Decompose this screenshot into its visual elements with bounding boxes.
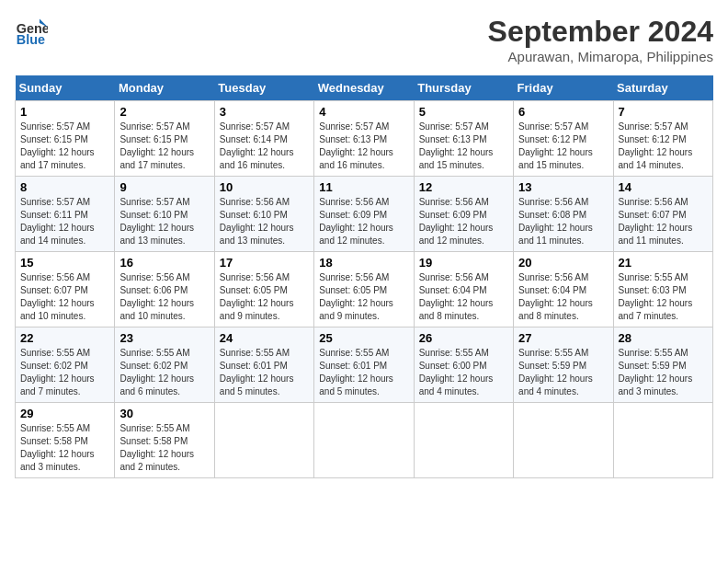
day-number: 17 [220,256,309,270]
calendar-cell: 20Sunrise: 5:56 AM Sunset: 6:04 PM Dayli… [514,252,613,327]
day-number: 25 [319,331,408,345]
day-number: 8 [20,180,109,194]
calendar-cell: 26Sunrise: 5:55 AM Sunset: 6:00 PM Dayli… [414,327,513,403]
day-info: Sunrise: 5:57 AM Sunset: 6:13 PM Dayligh… [419,121,508,172]
day-info: Sunrise: 5:57 AM Sunset: 6:15 PM Dayligh… [119,121,209,172]
day-number: 12 [419,180,508,194]
logo-icon: General Blue [15,15,48,48]
day-number: 23 [119,331,209,345]
day-info: Sunrise: 5:56 AM Sunset: 6:08 PM Dayligh… [518,196,608,247]
calendar-week-1: 1Sunrise: 5:57 AM Sunset: 6:15 PM Daylig… [16,101,713,177]
calendar-cell: 24Sunrise: 5:55 AM Sunset: 6:01 PM Dayli… [214,327,313,403]
day-info: Sunrise: 5:57 AM Sunset: 6:14 PM Dayligh… [220,121,309,172]
calendar-cell: 9Sunrise: 5:57 AM Sunset: 6:10 PM Daylig… [115,177,214,252]
calendar-cell [314,403,414,478]
day-number: 2 [119,105,209,119]
day-number: 16 [119,256,209,270]
subtitle: Apurawan, Mimaropa, Philippines [488,49,713,64]
calendar-cell: 8Sunrise: 5:57 AM Sunset: 6:11 PM Daylig… [16,177,115,252]
calendar-cell: 11Sunrise: 5:56 AM Sunset: 6:09 PM Dayli… [314,177,414,252]
calendar-cell: 23Sunrise: 5:55 AM Sunset: 6:02 PM Dayli… [115,327,214,403]
day-info: Sunrise: 5:55 AM Sunset: 5:58 PM Dayligh… [20,422,109,474]
svg-text:Blue: Blue [17,32,45,47]
calendar-cell: 29Sunrise: 5:55 AM Sunset: 5:58 PM Dayli… [16,403,115,478]
day-info: Sunrise: 5:56 AM Sunset: 6:07 PM Dayligh… [20,271,109,323]
title-area: September 2024 Apurawan, Mimaropa, Phili… [488,15,713,64]
calendar-cell: 3Sunrise: 5:57 AM Sunset: 6:14 PM Daylig… [214,101,313,177]
calendar-cell: 6Sunrise: 5:57 AM Sunset: 6:12 PM Daylig… [514,101,613,177]
day-info: Sunrise: 5:55 AM Sunset: 6:01 PM Dayligh… [319,347,408,398]
calendar-cell: 18Sunrise: 5:56 AM Sunset: 6:05 PM Dayli… [314,252,414,327]
day-info: Sunrise: 5:56 AM Sunset: 6:05 PM Dayligh… [319,271,408,323]
day-info: Sunrise: 5:56 AM Sunset: 6:05 PM Dayligh… [220,271,309,323]
col-header-monday: Monday [115,75,214,101]
calendar-week-4: 22Sunrise: 5:55 AM Sunset: 6:02 PM Dayli… [16,327,713,403]
day-number: 21 [619,256,708,270]
calendar-cell: 25Sunrise: 5:55 AM Sunset: 6:01 PM Dayli… [314,327,414,403]
calendar-cell [414,403,513,478]
day-number: 22 [20,331,109,345]
calendar-cell: 19Sunrise: 5:56 AM Sunset: 6:04 PM Dayli… [414,252,513,327]
header: General Blue September 2024 Apurawan, Mi… [15,15,713,64]
day-info: Sunrise: 5:56 AM Sunset: 6:04 PM Dayligh… [419,271,508,323]
day-info: Sunrise: 5:57 AM Sunset: 6:12 PM Dayligh… [518,121,608,172]
calendar-week-2: 8Sunrise: 5:57 AM Sunset: 6:11 PM Daylig… [16,177,713,252]
day-number: 18 [319,256,408,270]
day-number: 30 [119,407,209,420]
calendar-cell: 1Sunrise: 5:57 AM Sunset: 6:15 PM Daylig… [16,101,115,177]
day-info: Sunrise: 5:56 AM Sunset: 6:04 PM Dayligh… [518,271,608,323]
day-info: Sunrise: 5:55 AM Sunset: 6:02 PM Dayligh… [119,347,209,398]
day-info: Sunrise: 5:55 AM Sunset: 6:00 PM Dayligh… [419,347,508,398]
day-number: 3 [220,105,309,119]
day-number: 6 [518,105,608,119]
main-title: September 2024 [488,15,713,49]
calendar-cell: 22Sunrise: 5:55 AM Sunset: 6:02 PM Dayli… [16,327,115,403]
calendar-table: SundayMondayTuesdayWednesdayThursdayFrid… [15,75,713,478]
calendar-cell: 15Sunrise: 5:56 AM Sunset: 6:07 PM Dayli… [16,252,115,327]
calendar-header-row: SundayMondayTuesdayWednesdayThursdayFrid… [16,75,713,101]
calendar-body: 1Sunrise: 5:57 AM Sunset: 6:15 PM Daylig… [16,101,713,478]
day-number: 14 [619,180,708,194]
day-info: Sunrise: 5:55 AM Sunset: 5:58 PM Dayligh… [119,422,209,474]
day-info: Sunrise: 5:56 AM Sunset: 6:07 PM Dayligh… [619,196,708,247]
day-info: Sunrise: 5:56 AM Sunset: 6:10 PM Dayligh… [220,196,309,247]
day-number: 1 [20,105,109,119]
day-info: Sunrise: 5:55 AM Sunset: 6:01 PM Dayligh… [220,347,309,398]
calendar-cell: 27Sunrise: 5:55 AM Sunset: 5:59 PM Dayli… [514,327,613,403]
day-number: 15 [20,256,109,270]
day-info: Sunrise: 5:57 AM Sunset: 6:11 PM Dayligh… [20,196,109,247]
col-header-thursday: Thursday [414,75,513,101]
day-number: 4 [319,105,408,119]
calendar-cell [514,403,613,478]
calendar-cell: 28Sunrise: 5:55 AM Sunset: 5:59 PM Dayli… [613,327,712,403]
col-header-saturday: Saturday [613,75,712,101]
day-info: Sunrise: 5:57 AM Sunset: 6:13 PM Dayligh… [319,121,408,172]
day-info: Sunrise: 5:55 AM Sunset: 6:02 PM Dayligh… [20,347,109,398]
day-info: Sunrise: 5:55 AM Sunset: 5:59 PM Dayligh… [619,347,708,398]
calendar-cell: 17Sunrise: 5:56 AM Sunset: 6:05 PM Dayli… [214,252,313,327]
day-info: Sunrise: 5:55 AM Sunset: 6:03 PM Dayligh… [619,271,708,323]
day-number: 28 [619,331,708,345]
logo: General Blue [15,15,48,48]
day-info: Sunrise: 5:56 AM Sunset: 6:09 PM Dayligh… [319,196,408,247]
col-header-sunday: Sunday [16,75,115,101]
calendar-cell: 13Sunrise: 5:56 AM Sunset: 6:08 PM Dayli… [514,177,613,252]
day-number: 26 [419,331,508,345]
day-number: 13 [518,180,608,194]
calendar-cell: 10Sunrise: 5:56 AM Sunset: 6:10 PM Dayli… [214,177,313,252]
calendar-cell: 16Sunrise: 5:56 AM Sunset: 6:06 PM Dayli… [115,252,214,327]
day-number: 27 [518,331,608,345]
day-number: 7 [619,105,708,119]
day-number: 5 [419,105,508,119]
day-info: Sunrise: 5:56 AM Sunset: 6:09 PM Dayligh… [419,196,508,247]
calendar-cell: 4Sunrise: 5:57 AM Sunset: 6:13 PM Daylig… [314,101,414,177]
calendar-cell [214,403,313,478]
calendar-week-3: 15Sunrise: 5:56 AM Sunset: 6:07 PM Dayli… [16,252,713,327]
day-number: 11 [319,180,408,194]
calendar-cell: 7Sunrise: 5:57 AM Sunset: 6:12 PM Daylig… [613,101,712,177]
calendar-cell: 14Sunrise: 5:56 AM Sunset: 6:07 PM Dayli… [613,177,712,252]
day-number: 19 [419,256,508,270]
col-header-friday: Friday [514,75,613,101]
day-number: 29 [20,407,109,420]
day-info: Sunrise: 5:56 AM Sunset: 6:06 PM Dayligh… [119,271,209,323]
